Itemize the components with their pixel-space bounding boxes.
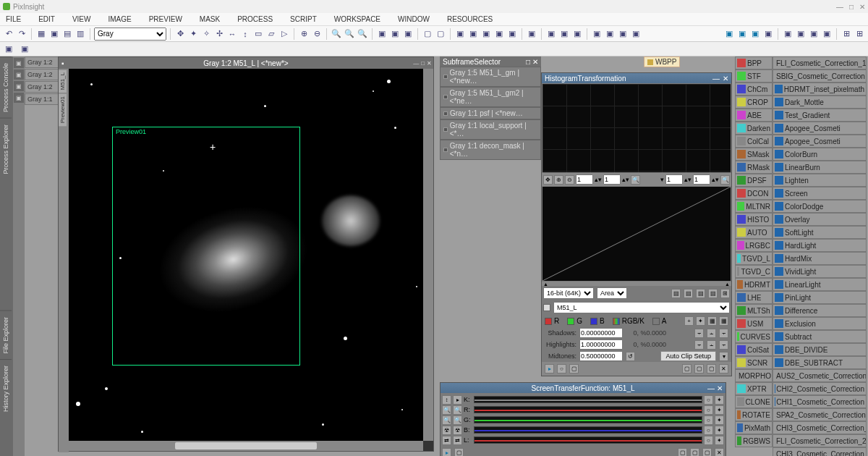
stf-icon[interactable]: ☢ [442,426,451,435]
script-item[interactable]: Dark_Mottle [773,96,867,109]
tool-icon[interactable]: ▣ [19,43,30,55]
process-icon-darken[interactable]: Darken [735,122,773,135]
slider-icon[interactable]: ⫠ [707,340,716,350]
process-icon-stf[interactable]: STF [735,69,773,83]
highlights-input[interactable] [579,339,623,350]
zoom-input[interactable] [665,174,683,185]
b-checkbox[interactable] [590,318,597,325]
reset-icon[interactable]: ✕ [715,448,724,456]
menu-view[interactable]: VIEW [72,15,91,23]
apply-icon[interactable]: ▸ [545,364,554,373]
script-item[interactable]: Apogee_Cosmeti [773,122,867,135]
stf-icon[interactable]: ✦ [715,395,724,405]
scrollbar-horizontal[interactable] [69,441,423,451]
scrollbar-vertical[interactable] [423,69,433,441]
stf-icon[interactable]: ⇄ [453,436,462,445]
script-item[interactable]: LinearBurn [773,161,867,174]
script-item[interactable]: Overlay [773,213,867,226]
process-icon-auto[interactable]: AUTO [735,226,773,239]
opt-icon[interactable]: ▢ [694,364,704,373]
redo-icon[interactable]: ↷ [16,28,27,40]
zoom-x-input[interactable] [576,174,593,185]
script-item[interactable]: Test_Gradient [773,109,867,122]
grid-icon[interactable]: ⊞ [841,28,852,40]
tool-icon[interactable]: ✧ [200,28,212,40]
script-item[interactable]: CHI3_Cosmetic_Correction_2x2 [773,447,867,456]
zoom-in-icon[interactable]: ⊕ [298,28,310,40]
stf-icon[interactable]: 🔍 [453,405,462,415]
process-icon-lhe[interactable]: LHE [735,291,773,304]
process-icon-dcon[interactable]: DCON [735,187,773,200]
monitor-icon[interactable]: ▣ [762,28,774,40]
script-item[interactable]: HardMix [773,252,867,265]
slider-icon[interactable]: ⫟ [719,340,728,350]
script-item[interactable]: SoftLight [773,226,867,239]
shade-icon[interactable]: — [712,75,720,83]
process-icon-pixmath[interactable]: PixMath [735,421,773,434]
bits-select[interactable]: 16-bit (64K) [543,287,594,299]
zoom-icon[interactable]: ⊖ [565,175,574,185]
graylist-item[interactable]: Gray 1:2 [25,81,61,93]
process-icon-smask[interactable]: SMask [735,148,773,161]
ch-icon[interactable]: ▦ [707,316,717,326]
tab-process-console[interactable]: Process Console [0,56,12,118]
pointer-icon[interactable]: ✥ [174,28,186,40]
zoom-out-icon[interactable]: ⊖ [311,28,323,40]
subframe-item[interactable]: Gray 1:1 local_support | <*… [440,119,541,140]
monitor-icon[interactable]: ▣ [749,28,761,40]
arrow-icon[interactable]: ▷ [278,28,290,40]
close-icon[interactable]: ✕ [717,384,723,392]
script-item[interactable]: CHI3_Cosmetic_Correction_1x1 [773,421,867,434]
process-icon-morpho[interactable]: MORPHO [735,369,773,382]
tool-icon[interactable]: ▭ [252,28,264,40]
menu-image[interactable]: IMAGE [108,15,131,23]
process-icon-crop[interactable]: CROP [735,96,773,109]
ch-icon[interactable]: ✦ [696,316,705,326]
g-checkbox[interactable] [567,318,574,325]
opt-icon[interactable]: ▢ [678,448,687,456]
stf-icon[interactable]: ○ [704,395,713,405]
histogram-input-graph[interactable] [542,84,731,172]
process-icon-lrgbc[interactable]: LRGBC [735,239,773,252]
opt-icon[interactable]: ▢ [702,448,712,456]
r-checkbox[interactable] [545,318,552,325]
tab-history-explorer[interactable]: History Explorer [0,359,12,418]
shade-icon[interactable]: — [413,60,419,67]
script-item[interactable]: FLI_Cosmetic_Correction_2x2 [773,434,867,447]
rgbk-checkbox[interactable] [613,318,620,325]
monitor-icon[interactable]: ▣ [795,28,807,40]
menu-window[interactable]: WINDOW [398,15,430,23]
tool-icon[interactable]: ▣ [467,28,479,40]
a-checkbox[interactable] [652,318,660,325]
stf-slider-g[interactable] [474,416,702,423]
stf-icon[interactable]: ✦ [715,405,724,415]
zoom-icon[interactable]: 🔍 [357,28,368,40]
script-item[interactable]: DBE_SUBTRACT [773,356,867,369]
process-icon-clone[interactable]: CLONE [735,395,773,408]
tool-icon[interactable]: ▣ [545,28,557,40]
process-icon-usm[interactable]: USM [735,317,773,330]
script-item[interactable]: Screen [773,187,867,200]
process-icon-xptr[interactable]: XPTR [735,382,773,395]
window-icon[interactable]: ▢ [435,28,446,40]
tab-main[interactable]: M51_L [59,69,67,93]
menu-resources[interactable]: RESOURCES [447,15,493,23]
undo-icon[interactable]: ↶ [3,28,14,40]
tool-icon[interactable]: ↔ [226,28,238,40]
stf-icon[interactable]: 🔍 [453,415,462,425]
tool-icon[interactable]: ▣ [3,43,14,55]
process-icon-colcal[interactable]: ColCal [735,135,773,148]
zoom-y-input[interactable] [603,174,621,185]
script-item[interactable]: PinLight [773,291,867,304]
opt-icon[interactable]: ▢ [690,448,699,456]
slider-icon[interactable]: ⫟ [694,340,704,350]
opt-icon[interactable]: ⊞ [720,289,730,298]
process-icon-hdrmt[interactable]: HDRMT [735,278,773,291]
script-item[interactable]: Lighten [773,174,867,187]
maximize-icon[interactable]: □ [849,3,854,11]
ch-icon[interactable]: ▦ [719,316,728,326]
script-item[interactable]: LinearLight [773,278,867,291]
subframe-item[interactable]: Gray 1:5 M51_L_gm | <*new… [440,67,541,87]
tool-icon[interactable]: ▣ [48,28,60,40]
monitor-icon[interactable]: ▣ [736,28,748,40]
